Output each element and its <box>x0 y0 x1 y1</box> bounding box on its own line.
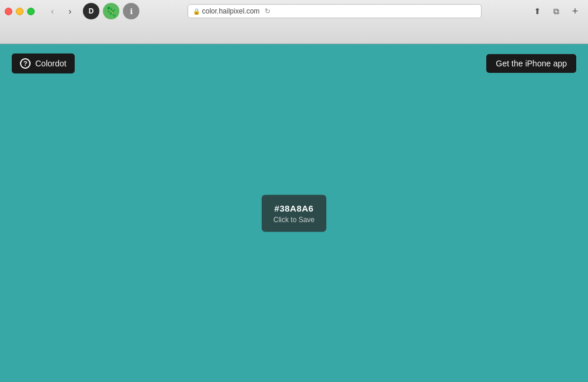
iphone-app-button[interactable]: Get the iPhone app <box>486 54 576 73</box>
color-canvas[interactable]: ? Colordot Get the iPhone app #38A8A6 Cl… <box>0 44 588 382</box>
nav-buttons: ‹ › <box>44 5 78 18</box>
color-hex-value: #38A8A6 <box>272 203 316 213</box>
dash-icon-label: D <box>89 7 94 15</box>
reload-button[interactable]: ↻ <box>265 7 270 15</box>
title-bar: ‹ › D 🦎 ℹ 🔒 color.hailpixel.com ↻ ⬆ ⧉ + <box>0 0 588 22</box>
info-icon[interactable]: ℹ <box>123 3 139 19</box>
window-controls <box>5 8 35 15</box>
help-icon: ? <box>20 58 31 69</box>
colordot-button[interactable]: ? Colordot <box>12 53 75 73</box>
lock-icon: 🔒 <box>193 8 200 15</box>
address-bar[interactable]: 🔒 color.hailpixel.com ↻ <box>188 4 482 18</box>
top-bar: ? Colordot Get the iPhone app <box>0 44 588 82</box>
share-button[interactable]: ⬆ <box>529 4 546 18</box>
back-button[interactable]: ‹ <box>44 5 61 18</box>
url-text: color.hailpixel.com <box>202 7 260 15</box>
forward-button[interactable]: › <box>62 5 78 18</box>
browser-chrome: ‹ › D 🦎 ℹ 🔒 color.hailpixel.com ↻ ⬆ ⧉ + <box>0 0 588 44</box>
iphone-app-label: Get the iPhone app <box>496 59 567 68</box>
click-to-save-label: Click to Save <box>272 215 316 223</box>
minimize-button[interactable] <box>16 8 24 15</box>
toolbar-icons: D 🦎 ℹ <box>83 3 139 19</box>
chameleon-icon[interactable]: 🦎 <box>103 3 119 19</box>
color-tooltip[interactable]: #38A8A6 Click to Save <box>262 195 326 232</box>
colordot-label: Colordot <box>35 59 66 68</box>
maximize-button[interactable] <box>27 8 35 15</box>
tab-button[interactable]: ⧉ <box>548 4 564 18</box>
right-toolbar: ⬆ ⧉ + <box>529 4 583 18</box>
add-tab-button[interactable]: + <box>567 4 583 18</box>
close-button[interactable] <box>5 8 12 15</box>
dash-icon[interactable]: D <box>83 3 99 19</box>
